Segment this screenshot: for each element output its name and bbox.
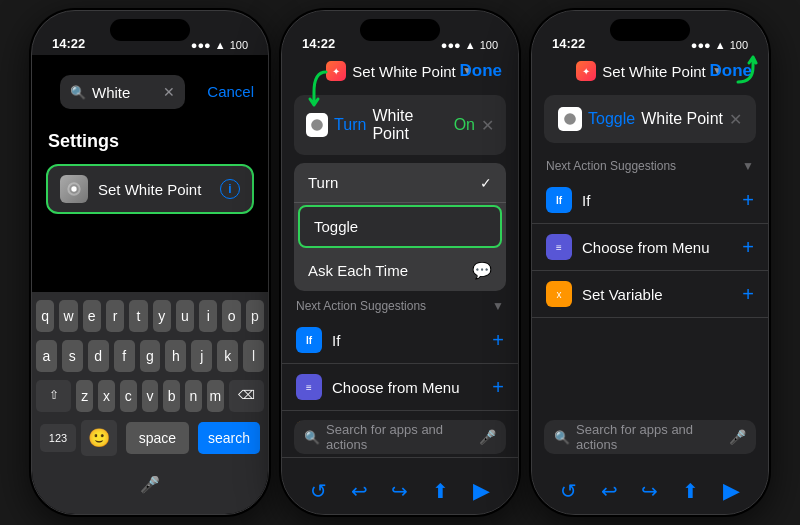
dropdown-item-turn[interactable]: Turn ✓ (294, 163, 506, 203)
chevron-icon-2[interactable]: ▼ (492, 299, 504, 313)
signal-icon-2: ●●● (441, 39, 461, 51)
if-icon-2: If (296, 327, 322, 353)
share-icon-3[interactable]: ⬆ (682, 479, 699, 503)
next-item-var-3[interactable]: x Set Variable + (532, 271, 768, 318)
key-o[interactable]: o (222, 300, 240, 332)
bottom-search-3[interactable]: 🔍 Search for apps and actions 🎤 (544, 420, 756, 454)
key-b[interactable]: b (163, 380, 180, 412)
key-r[interactable]: r (106, 300, 124, 332)
settings-result-item[interactable]: Set White Point i (46, 164, 254, 214)
next-item-menu-3[interactable]: ≡ Choose from Menu + (532, 224, 768, 271)
key-w[interactable]: w (59, 300, 77, 332)
key-n[interactable]: n (185, 380, 202, 412)
key-search[interactable]: search (198, 422, 260, 454)
if-label-2: If (332, 332, 492, 349)
toggle-verb[interactable]: Toggle (588, 110, 635, 128)
green-arrow-1 (306, 67, 346, 121)
chevron-icon-3[interactable]: ▼ (742, 159, 754, 173)
key-d[interactable]: d (88, 340, 109, 372)
section-header: Settings (32, 123, 268, 158)
refresh-icon-3[interactable]: ↺ (560, 479, 577, 503)
key-k[interactable]: k (217, 340, 238, 372)
share-icon-2[interactable]: ⬆ (432, 479, 449, 503)
key-emoji[interactable]: 🙂 (81, 420, 117, 456)
phone2-content: ✦ Set White Point ▼ Done Turn White Poin… (282, 11, 518, 514)
toggle-row: Toggle White Point ✕ (558, 107, 742, 131)
key-g[interactable]: g (140, 340, 161, 372)
menu-icon-3: ≡ (546, 234, 572, 260)
key-p[interactable]: p (246, 300, 264, 332)
mic-icon-3[interactable]: 🎤 (729, 429, 746, 445)
key-x[interactable]: x (98, 380, 115, 412)
search-icon-2: 🔍 (304, 430, 320, 445)
menu-icon-2: ≡ (296, 374, 322, 400)
bottom-search-2[interactable]: 🔍 Search for apps and actions 🎤 (294, 420, 506, 454)
undo-icon-3[interactable]: ↩ (601, 479, 618, 503)
status-icons-1: ●●● ▲ 100 (191, 39, 248, 51)
key-l[interactable]: l (243, 340, 264, 372)
key-y[interactable]: y (153, 300, 171, 332)
toggle-subject: White Point (641, 110, 723, 128)
refresh-icon-2[interactable]: ↺ (310, 479, 327, 503)
cancel-button[interactable]: Cancel (207, 83, 254, 100)
play-icon-2[interactable]: ▶ (473, 478, 490, 504)
key-s[interactable]: s (62, 340, 83, 372)
dynamic-island-3 (610, 19, 690, 41)
key-u[interactable]: u (176, 300, 194, 332)
key-q[interactable]: q (36, 300, 54, 332)
action-subject-2: White Point (372, 107, 447, 143)
next-item-menu-2[interactable]: ≡ Choose from Menu + (282, 364, 518, 411)
time-3: 14:22 (552, 36, 585, 51)
shortcuts-icon-3: ✦ (576, 61, 596, 81)
done-button-2[interactable]: Done (460, 61, 503, 81)
plus-icon-var-3[interactable]: + (742, 283, 754, 306)
key-delete[interactable]: ⌫ (229, 380, 264, 412)
next-item-if-2[interactable]: If If + (282, 317, 518, 364)
search-icon: 🔍 (70, 85, 86, 100)
plus-icon-menu-3[interactable]: + (742, 236, 754, 259)
phone-1: 14:22 ●●● ▲ 100 🔍 White ✕ Cancel Setting… (31, 10, 269, 515)
search-bar[interactable]: 🔍 White ✕ (60, 75, 185, 109)
redo-icon-3[interactable]: ↪ (641, 479, 658, 503)
info-icon[interactable]: i (220, 179, 240, 199)
clear-icon[interactable]: ✕ (163, 84, 175, 100)
key-shift[interactable]: ⇧ (36, 380, 71, 412)
toggle-action-icon (558, 107, 582, 131)
bottom-actions-2: ↺ ↩ ↪ ⬆ ▶ (282, 478, 518, 504)
dropdown-item-toggle[interactable]: Toggle (298, 205, 502, 248)
if-icon-3: If (546, 187, 572, 213)
dropdown-item-ask[interactable]: Ask Each Time 💬 (294, 250, 506, 291)
undo-icon-2[interactable]: ↩ (351, 479, 368, 503)
key-f[interactable]: f (114, 340, 135, 372)
search-placeholder-3: Search for apps and actions (576, 422, 723, 452)
key-z[interactable]: z (76, 380, 93, 412)
key-c[interactable]: c (120, 380, 137, 412)
mic-icon[interactable]: 🎤 (132, 466, 168, 502)
status-icons-2: ●●● ▲ 100 (441, 39, 498, 51)
action-close-2[interactable]: ✕ (481, 116, 494, 135)
redo-icon-2[interactable]: ↪ (391, 479, 408, 503)
play-icon-3[interactable]: ▶ (723, 478, 740, 504)
key-h[interactable]: h (165, 340, 186, 372)
key-i[interactable]: i (199, 300, 217, 332)
next-item-if-3[interactable]: If If + (532, 177, 768, 224)
settings-app-icon (60, 175, 88, 203)
key-t[interactable]: t (129, 300, 147, 332)
plus-icon-menu-2[interactable]: + (492, 376, 504, 399)
key-e[interactable]: e (83, 300, 101, 332)
phone-2: 14:22 ●●● ▲ 100 ✦ Set White Point ▼ (281, 10, 519, 515)
key-m[interactable]: m (207, 380, 224, 412)
key-numbers[interactable]: 123 (40, 424, 76, 452)
plus-icon-if-2[interactable]: + (492, 329, 504, 352)
plus-icon-if-3[interactable]: + (742, 189, 754, 212)
key-space[interactable]: space (126, 422, 189, 454)
search-input-value[interactable]: White (92, 84, 157, 101)
key-a[interactable]: a (36, 340, 57, 372)
mic-icon-2[interactable]: 🎤 (479, 429, 496, 445)
action-state-2[interactable]: On (454, 116, 475, 134)
phone2-title-area: ✦ Set White Point ▼ (326, 61, 473, 81)
time-2: 14:22 (302, 36, 335, 51)
key-v[interactable]: v (142, 380, 159, 412)
toggle-close[interactable]: ✕ (729, 110, 742, 129)
key-j[interactable]: j (191, 340, 212, 372)
